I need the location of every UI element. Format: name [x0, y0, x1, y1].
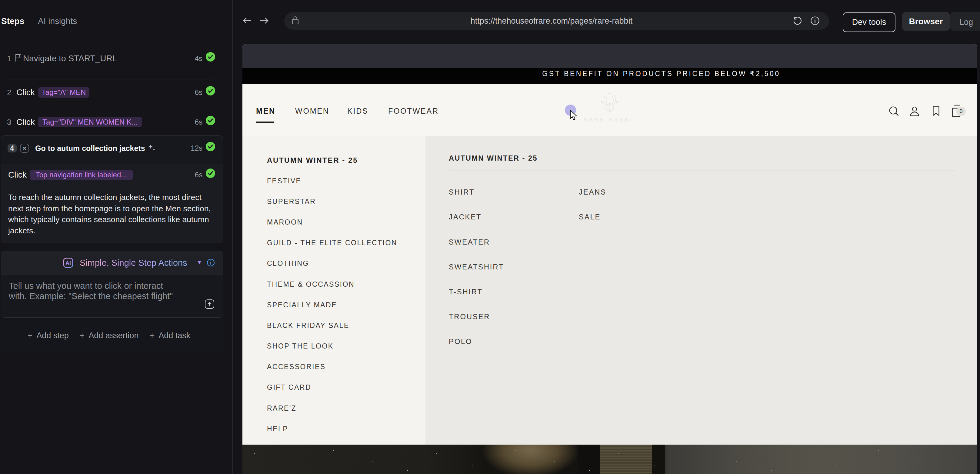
svg-text:R: R [601, 100, 603, 104]
svg-text:R: R [616, 100, 619, 104]
svg-text:AI: AI [65, 260, 71, 266]
